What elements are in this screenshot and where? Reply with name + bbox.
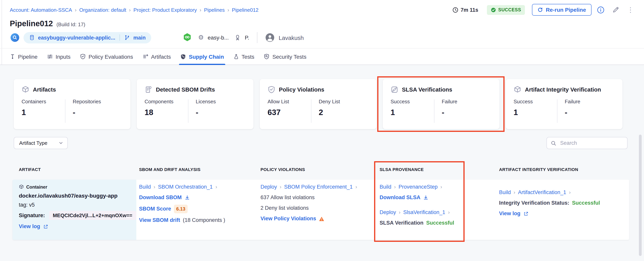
stage-link[interactable]: Build [499, 189, 511, 196]
signature-value[interactable]: MEQCICde2Vjl...L+2+mqnOXw== [49, 211, 136, 220]
chevron-right-icon: › [200, 7, 201, 13]
pipeline-icon [10, 54, 15, 59]
column-header-integrity: ARTIFACT INTEGRITY VERIFICATION [499, 167, 578, 172]
view-policy-violations-link[interactable]: View Policy Violations [260, 215, 378, 222]
clock-icon [452, 7, 458, 13]
supply-chain-shield-icon [180, 53, 186, 60]
package-cube-icon [22, 86, 30, 93]
tab-label: Security Tests [272, 53, 306, 60]
download-icon [184, 195, 190, 200]
chevron-right-icon: › [394, 184, 396, 191]
refresh-icon [538, 7, 543, 12]
edit-pencil-icon[interactable] [612, 6, 619, 13]
rerun-pipeline-button[interactable]: Re-run Pipeline [532, 4, 592, 16]
ci-status-hexagon-icon [182, 33, 192, 42]
page-title: Pipeline012 [10, 19, 53, 28]
download-sbom-link[interactable]: Download SBOM [139, 194, 256, 201]
flask-icon [233, 54, 239, 59]
external-link-icon [523, 211, 528, 216]
page: Account: Automation-SSCA › Organization:… [0, 0, 644, 261]
chevron-right-icon: › [440, 184, 442, 191]
breadcrumb-pipeline012[interactable]: Pipeline012 [232, 7, 258, 13]
card-sbom-drifts: Detected SBOM Drifts Components18 Licens… [137, 79, 254, 129]
status-badge: SUCCESS [487, 5, 525, 15]
column-header-slsa: SLSA PROVENANCE [380, 167, 424, 172]
step-link[interactable]: SBOM Orchestration_1 [158, 184, 213, 191]
service-gear-icon: ⚙ [198, 34, 204, 41]
tab-pipeline[interactable]: Pipeline [10, 48, 38, 65]
breadcrumb-organization[interactable]: Organization: default [79, 7, 126, 13]
card-divider [311, 99, 312, 123]
slsa-cell: Build › ProvenanceStep › Download SLSA D… [380, 184, 472, 227]
chevron-right-icon: › [129, 7, 131, 13]
allow-list-violations: 637 Allow list violations [260, 194, 378, 201]
tab-inputs[interactable]: Inputs [47, 48, 70, 65]
metric-label: Deny List [319, 99, 370, 104]
chevron-down-icon [58, 140, 64, 146]
card-artifact-integrity: Artifact Integrity Verification Success1… [506, 79, 622, 129]
container-cube-icon [19, 184, 24, 189]
breadcrumb-pipelines[interactable]: Pipelines [204, 7, 225, 13]
rerun-label: Re-run Pipeline [546, 7, 586, 13]
integrity-view-log-link[interactable]: View log [499, 210, 616, 217]
artifact-view-log-link[interactable]: View log [19, 223, 130, 230]
metric-label: Failure [565, 99, 616, 104]
info-icon[interactable] [597, 6, 604, 13]
view-sbom-drift-link[interactable]: View SBOM drift [139, 217, 180, 224]
download-slsa-label: Download SLSA [380, 194, 420, 201]
tab-supply-chain[interactable]: Supply Chain [180, 48, 224, 65]
stage-link[interactable]: Build [139, 184, 151, 191]
tab-tests[interactable]: Tests [233, 48, 254, 65]
branch-name: main [134, 35, 146, 40]
environment-name[interactable]: P. [245, 34, 249, 41]
step-link[interactable]: SlsaVerification_1 [403, 209, 446, 216]
step-link[interactable]: ProvenanceStep [398, 184, 438, 191]
warning-triangle-icon [319, 216, 324, 221]
vertical-scrollbar[interactable] [639, 135, 642, 256]
download-icon [423, 195, 429, 200]
metric-label: Licenses [196, 99, 247, 104]
view-log-label: View log [499, 210, 520, 217]
download-slsa-link[interactable]: Download SLSA [380, 194, 472, 201]
sbom-score-badge: 6.13 [174, 205, 188, 213]
table-row: Container docker.io/lavakush07/easy-bugg… [12, 180, 629, 240]
search-input[interactable] [560, 140, 624, 146]
step-link[interactable]: ArtifactVerification_1 [518, 189, 566, 196]
tab-label: Supply Chain [189, 53, 224, 60]
breadcrumb-project[interactable]: Project: Product Exploratory [134, 7, 197, 13]
repo-pill[interactable]: easybuggy-vulnerable-applic... main [24, 32, 151, 43]
meta-divider [257, 32, 258, 43]
check-circle-icon [491, 7, 496, 12]
artifacts-list-icon [142, 54, 148, 59]
step-link[interactable]: SBOM Policy Enforcement_1 [284, 184, 353, 191]
chevron-right-icon: › [216, 184, 217, 191]
integrity-status-label: Integrity Verification Status: [499, 200, 570, 207]
tab-policy-evaluations[interactable]: Policy Evaluations [80, 48, 133, 65]
breadcrumb-account[interactable]: Account: Automation-SSCA [10, 7, 72, 13]
search-box [546, 137, 628, 149]
chevron-right-icon: › [448, 209, 450, 216]
supply-chain-content: Artifacts Containers1 Repositories- Dete… [0, 65, 644, 261]
card-title: Policy Violations [279, 86, 324, 93]
artifact-type-text: Container [26, 185, 47, 189]
tab-bar: Pipeline Inputs Policy Evaluations Artif… [0, 48, 644, 65]
git-branch-icon [124, 34, 130, 41]
stage-link[interactable]: Deploy [380, 209, 396, 216]
stage-link[interactable]: Deploy [260, 184, 277, 191]
slsa-status-label: SLSA Verification [380, 220, 424, 227]
service-name[interactable]: easy-b... [208, 34, 228, 41]
breadcrumb: Account: Automation-SSCA › Organization:… [10, 7, 258, 13]
top-bar: Account: Automation-SSCA › Organization:… [0, 0, 644, 19]
card-policy-violations: Policy Violations Allow List637 Deny Lis… [260, 79, 376, 129]
sliders-icon [47, 54, 53, 59]
tab-artifacts[interactable]: Artifacts [142, 48, 171, 65]
artifact-type-dropdown[interactable]: Artifact Type [14, 137, 68, 149]
card-title: SLSA Verifications [402, 86, 452, 93]
sbom-score-link[interactable]: SBOM Score [139, 206, 171, 213]
stage-link[interactable]: Build [380, 184, 391, 191]
kebab-menu-icon[interactable]: ⋮ [627, 6, 634, 13]
repo-name: easybuggy-vulnerable-applic... [38, 35, 115, 40]
metric-value: - [565, 108, 616, 117]
tab-security-tests[interactable]: Security Tests [264, 48, 306, 65]
trigger-avatar-icon [10, 33, 19, 42]
